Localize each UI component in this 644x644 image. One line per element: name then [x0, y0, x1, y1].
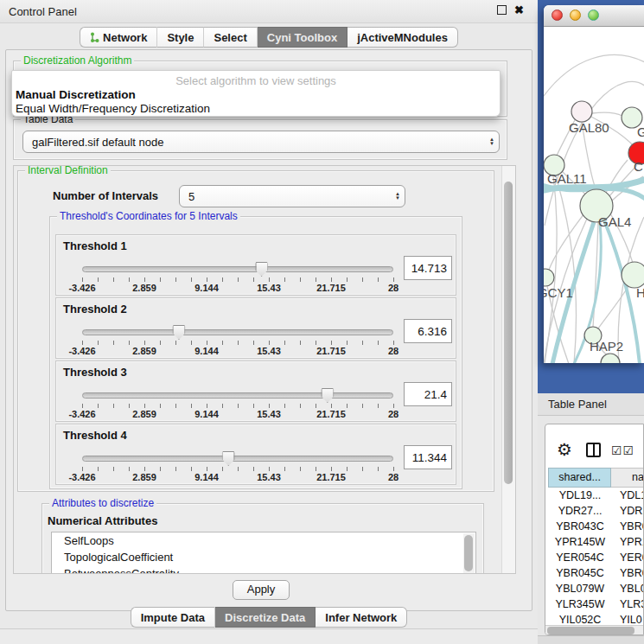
- slider-ticks: [82, 277, 394, 282]
- cell-name[interactable]: YDR2: [612, 503, 644, 519]
- tick-label: -3.426: [68, 409, 95, 419]
- tick-label: 15.43: [257, 346, 281, 356]
- bottom-tab-impute-data[interactable]: Impute Data: [131, 607, 215, 628]
- close-traffic-light-icon[interactable]: [552, 10, 563, 21]
- list-scrollbar[interactable]: [463, 533, 475, 574]
- tab-label: Style: [167, 31, 194, 44]
- threshold-value-field[interactable]: [404, 256, 452, 280]
- column-header-name[interactable]: na: [611, 468, 644, 488]
- minimize-traffic-light-icon[interactable]: [570, 10, 581, 21]
- table-data-combobox[interactable]: galFiltered.sif default node ▲▼: [22, 131, 500, 153]
- table-row[interactable]: YLR345WYLR3: [548, 596, 644, 612]
- threshold-label: Threshold 2: [63, 303, 127, 316]
- algorithm-dropdown-popup: Select algorithm to view settings Manual…: [11, 70, 501, 117]
- cell-shared-name[interactable]: YPR145W: [548, 534, 612, 550]
- split-view-icon[interactable]: [586, 443, 601, 457]
- panel-bottom-seam: [0, 628, 538, 644]
- settings-scrollbar-thumb[interactable]: [504, 182, 513, 484]
- threshold-panel-3: Threshold 3-3.4262.8599.14415.4321.71528: [55, 360, 456, 422]
- network-view-window: GAL80GACGAL11GAL4GCY1HHAP2: [544, 5, 644, 363]
- gear-icon[interactable]: ⚙: [557, 441, 572, 458]
- apply-button[interactable]: Apply: [233, 580, 290, 600]
- slider-tick-labels: -3.4262.8599.14415.4321.71528: [82, 346, 393, 356]
- cell-name[interactable]: YBR0: [612, 565, 644, 581]
- attribute-item[interactable]: BetweennessCentrality: [52, 565, 475, 574]
- tick-label: 2.859: [132, 409, 156, 419]
- threshold-value-field[interactable]: [404, 319, 452, 343]
- slider-handle[interactable]: [222, 451, 235, 466]
- slider-handle[interactable]: [255, 262, 268, 277]
- slider-ticks: [82, 341, 394, 345]
- table-row[interactable]: YBR043CYBR0: [548, 519, 644, 534]
- settings-vertical-scrollbar[interactable]: [501, 166, 515, 573]
- algorithm-option-1[interactable]: Manual Discretization: [16, 88, 136, 101]
- threshold-panel-4: Threshold 4-3.4262.8599.14415.4321.71528: [55, 424, 456, 485]
- tick-label: 28: [388, 346, 399, 356]
- table-row[interactable]: YER054CYER0: [548, 550, 644, 565]
- table-hscrollbar-thumb[interactable]: [547, 627, 634, 634]
- slider-handle[interactable]: [321, 388, 334, 403]
- algorithm-group-title: Discretization Algorithm: [21, 54, 134, 67]
- slider-track[interactable]: [82, 392, 393, 399]
- cell-name[interactable]: YER0: [612, 550, 644, 565]
- tick-label: 2.859: [132, 346, 156, 356]
- cell-name[interactable]: YBL0: [612, 581, 644, 596]
- attributes-group: Attributes to discretize Numerical Attri…: [41, 503, 484, 574]
- cell-name[interactable]: YBR0: [612, 519, 644, 534]
- tab-network[interactable]: Network: [80, 27, 157, 48]
- checkbox-icons[interactable]: ☑☑: [611, 443, 634, 457]
- network-node-label: C: [634, 159, 643, 174]
- tick-label: 21.715: [316, 409, 346, 419]
- bottom-tab-infer-network[interactable]: Infer Network: [316, 607, 407, 628]
- network-window-titlebar: [544, 5, 644, 27]
- float-window-icon[interactable]: [497, 5, 507, 15]
- slider-track[interactable]: [82, 456, 393, 462]
- table-row[interactable]: YPR145WYPR1: [548, 534, 644, 550]
- tab-jactivemnodules[interactable]: jActiveMNodules: [348, 27, 458, 48]
- num-intervals-combobox[interactable]: 5 ▲▼: [179, 185, 405, 207]
- network-canvas[interactable]: GAL80GACGAL11GAL4GCY1HHAP2: [544, 27, 644, 363]
- close-icon[interactable]: ✖: [514, 5, 524, 15]
- table-row[interactable]: YBL079WYBL0: [548, 581, 644, 596]
- combo-stepper-icon: ▲▼: [391, 192, 405, 201]
- network-node-GAL80[interactable]: [571, 101, 592, 122]
- tick-label: 21.715: [316, 283, 346, 293]
- threshold-label: Threshold 4: [63, 429, 127, 442]
- cell-shared-name[interactable]: YDR27...: [548, 503, 612, 519]
- cell-name[interactable]: YPR1: [612, 534, 644, 550]
- attribute-item[interactable]: SelfLoops: [52, 532, 475, 549]
- cell-shared-name[interactable]: YBL079W: [548, 581, 612, 596]
- tab-select[interactable]: Select: [204, 27, 257, 48]
- tab-style[interactable]: Style: [157, 27, 204, 48]
- algorithm-option-2[interactable]: Equal Width/Frequency Discretization: [16, 102, 210, 115]
- tab-cyni-toolbox[interactable]: Cyni Toolbox: [258, 27, 348, 48]
- cell-shared-name[interactable]: YBR043C: [548, 519, 612, 534]
- attribute-item[interactable]: TopologicalCoefficient: [52, 549, 475, 565]
- cell-shared-name[interactable]: YDL19...: [548, 488, 612, 503]
- cell-shared-name[interactable]: YBR045C: [548, 565, 612, 581]
- table-row[interactable]: YDR27...YDR2: [548, 503, 644, 519]
- table-row[interactable]: YBR045CYBR0: [548, 565, 644, 581]
- list-scrollbar-thumb[interactable]: [464, 535, 473, 571]
- numerical-attributes-list[interactable]: SelfLoopsTopologicalCoefficientBetweenne…: [51, 532, 476, 574]
- column-header-shared[interactable]: shared...: [548, 468, 611, 488]
- threshold-value-field[interactable]: [404, 445, 452, 469]
- threshold-value-field[interactable]: [404, 382, 452, 406]
- tab-label: Infer Network: [325, 611, 397, 624]
- cell-name[interactable]: YLR3: [612, 596, 644, 612]
- bottom-tab-discretize-data[interactable]: Discretize Data: [215, 607, 316, 628]
- network-node-bottom-node[interactable]: [601, 354, 620, 363]
- slider-track[interactable]: [82, 329, 393, 335]
- table-row[interactable]: YDL19...YDL1: [548, 488, 644, 503]
- cell-shared-name[interactable]: YER054C: [548, 550, 612, 565]
- interval-definition-group: Interval Definition Number of Intervals …: [17, 170, 494, 492]
- table-horizontal-scrollbar[interactable]: [545, 625, 643, 635]
- cell-shared-name[interactable]: YLR345W: [548, 596, 612, 612]
- slider-track[interactable]: [82, 266, 393, 272]
- table-rows: YDL19...YDL1YDR27...YDR2YBR043CYBR0YPR14…: [548, 488, 644, 628]
- slider-handle[interactable]: [172, 325, 185, 340]
- network-node-GCY1[interactable]: [544, 269, 554, 286]
- cell-name[interactable]: YDL1: [612, 488, 644, 503]
- zoom-traffic-light-icon[interactable]: [588, 10, 599, 21]
- network-node-H-node[interactable]: [622, 262, 644, 288]
